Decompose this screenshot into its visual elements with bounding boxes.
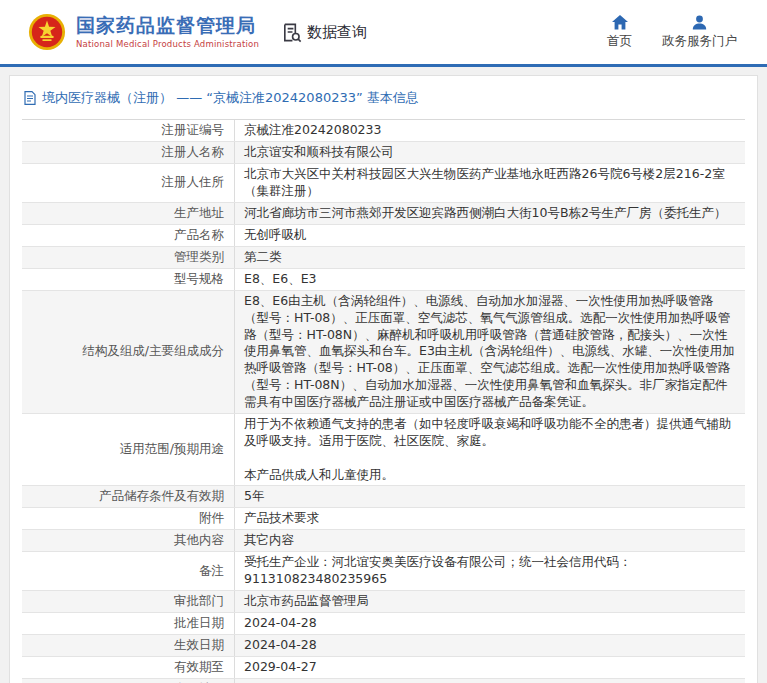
table-row-other-content: 其他内容 其它内容 <box>22 530 745 552</box>
row-label: 产品名称 <box>22 225 235 246</box>
agency-name-en: National Medical Products Administration <box>76 39 259 49</box>
row-value: 用于为不依赖通气支持的患者（如中轻度呼吸衰竭和呼吸功能不全的患者）提供通气辅助及… <box>235 414 745 486</box>
table-row-remarks: 备注 受托生产企业：河北谊安奥美医疗设备有限公司；统一社会信用代码：911310… <box>22 552 745 591</box>
row-value: 2024-04-28 <box>235 613 745 634</box>
agency-titles: 国家药品监督管理局 National Medical Products Admi… <box>76 15 259 49</box>
row-value: E8、E6由主机（含涡轮组件）、电源线、自动加水加湿器、一次性使用加热呼吸管路（… <box>235 291 745 413</box>
row-label: 注册人住所 <box>22 164 235 202</box>
table-row-expiry-date: 有效期至 2029-04-27 <box>22 657 745 679</box>
table-row-composition: 结构及组成/主要组成成分 E8、E6由主机（含涡轮组件）、电源线、自动加水加湿器… <box>22 291 745 414</box>
row-label: 变更情况 <box>22 679 235 683</box>
row-value: 第二类 <box>235 247 745 268</box>
row-value: 无创呼吸机 <box>235 225 745 246</box>
nav-home[interactable]: 首页 <box>607 15 632 50</box>
table-row-model-spec: 型号规格 E8、E6、E3 <box>22 269 745 291</box>
row-value: 京械注准20242080233 <box>235 120 745 141</box>
table-row-attachment: 附件 产品技术要求 <box>22 508 745 530</box>
document-icon <box>24 91 36 105</box>
table-row-storage-validity: 产品储存条件及有效期 5年 <box>22 486 745 508</box>
breadcrumb-text: 境内医疗器械（注册） —— “京械注准20242080233” 基本信息 <box>42 89 419 107</box>
table-row-product-name: 产品名称 无创呼吸机 <box>22 225 745 247</box>
site-header: 国家药品监督管理局 National Medical Products Admi… <box>0 0 767 64</box>
nav-portal-label: 政务服务门户 <box>662 33 737 50</box>
breadcrumb: 境内医疗器械（注册） —— “京械注准20242080233” 基本信息 <box>10 76 757 118</box>
table-row-production-address: 生产地址 河北省廊坊市三河市燕郊开发区迎宾路西侧潮白大街10号B栋2号生产厂房（… <box>22 203 745 225</box>
document-search-icon <box>281 22 302 43</box>
data-query-label: 数据查询 <box>307 23 367 42</box>
registration-info-table: 注册证编号 京械注准20242080233 注册人名称 北京谊安和顺科技有限公司… <box>22 119 745 683</box>
data-query-tab[interactable]: 数据查询 <box>281 22 367 43</box>
user-icon <box>692 15 707 30</box>
table-row-effective-date: 生效日期 2024-04-28 <box>22 635 745 657</box>
row-value: 5年 <box>235 486 745 507</box>
nav-home-label: 首页 <box>607 33 632 50</box>
row-label: 产品储存条件及有效期 <box>22 486 235 507</box>
home-icon <box>612 15 628 30</box>
row-label: 注册人名称 <box>22 142 235 163</box>
row-label: 结构及组成/主要组成成分 <box>22 291 235 413</box>
row-label: 审批部门 <box>22 591 235 612</box>
row-label: 其他内容 <box>22 530 235 551</box>
row-label: 备注 <box>22 552 235 590</box>
row-label: 注册证编号 <box>22 120 235 141</box>
row-value: 北京谊安和顺科技有限公司 <box>235 142 745 163</box>
table-row-registrant-name: 注册人名称 北京谊安和顺科技有限公司 <box>22 142 745 164</box>
row-value: 2024-04-28 <box>235 635 745 656</box>
row-label: 附件 <box>22 508 235 529</box>
row-label: 管理类别 <box>22 247 235 268</box>
table-row-management-class: 管理类别 第二类 <box>22 247 745 269</box>
detail-card: 境内医疗器械（注册） —— “京械注准20242080233” 基本信息 注册证… <box>9 75 758 683</box>
row-value: 北京市药品监督管理局 <box>235 591 745 612</box>
agency-name-cn: 国家药品监督管理局 <box>76 15 259 37</box>
row-label: 适用范围/预期用途 <box>22 414 235 486</box>
row-value <box>235 679 745 683</box>
table-row-approval-department: 审批部门 北京市药品监督管理局 <box>22 591 745 613</box>
row-label: 生产地址 <box>22 203 235 224</box>
table-row-registrant-address: 注册人住所 北京市大兴区中关村科技园区大兴生物医药产业基地永旺西路26号院6号楼… <box>22 164 745 203</box>
row-value: E8、E6、E3 <box>235 269 745 290</box>
row-value: 河北省廊坊市三河市燕郊开发区迎宾路西侧潮白大街10号B栋2号生产厂房（委托生产） <box>235 203 745 224</box>
table-row-intended-use: 适用范围/预期用途 用于为不依赖通气支持的患者（如中轻度呼吸衰竭和呼吸功能不全的… <box>22 414 745 487</box>
row-value: 2029-04-27 <box>235 657 745 678</box>
content-area: 境内医疗器械（注册） —— “京械注准20242080233” 基本信息 注册证… <box>0 67 767 683</box>
row-label: 生效日期 <box>22 635 235 656</box>
row-label: 型号规格 <box>22 269 235 290</box>
row-value: 受托生产企业：河北谊安奥美医疗设备有限公司；统一社会信用代码：911310823… <box>235 552 745 590</box>
row-value: 其它内容 <box>235 530 745 551</box>
table-row-approval-date: 批准日期 2024-04-28 <box>22 613 745 635</box>
nav-portal[interactable]: 政务服务门户 <box>662 15 737 50</box>
table-row-change-status: 变更情况 <box>22 679 745 683</box>
agency-logo[interactable]: 国家药品监督管理局 National Medical Products Admi… <box>28 13 259 51</box>
national-emblem-icon <box>28 13 66 51</box>
row-label: 有效期至 <box>22 657 235 678</box>
row-value: 产品技术要求 <box>235 508 745 529</box>
row-label: 批准日期 <box>22 613 235 634</box>
table-row-cert-number: 注册证编号 京械注准20242080233 <box>22 120 745 142</box>
top-nav: 首页 政务服务门户 <box>607 15 737 50</box>
row-value: 北京市大兴区中关村科技园区大兴生物医药产业基地永旺西路26号院6号楼2层216-… <box>235 164 745 202</box>
